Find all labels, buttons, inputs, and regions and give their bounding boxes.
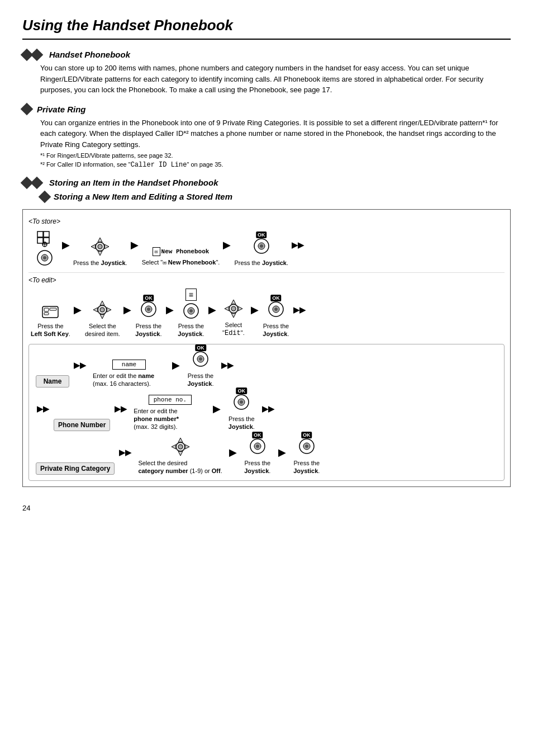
step-label-ok-joystick-private-1: Press theJoystick. — [244, 459, 270, 475]
step-select-phonebook: ✉ New Phonebook Select "✉ New Phonebook"… — [142, 247, 220, 267]
joystick-ok-store — [253, 237, 270, 255]
joystick-ok-private-2 — [298, 437, 316, 455]
section-private-ring: Private Ring You can organize entries in… — [22, 105, 511, 169]
diamond-icon-3 — [21, 103, 34, 116]
name-input-box: name — [112, 360, 146, 370]
step-ok-joystick-private-1: OK Press theJoystick. — [244, 437, 272, 475]
svg-point-9 — [43, 256, 46, 259]
footnote-1: *¹ For Ringer/LED/Vibrate patterns, see … — [40, 152, 511, 159]
svg-rect-0 — [37, 231, 43, 237]
dbl-arrow-name-2: ▶▶ — [221, 361, 234, 376]
step-label-ok-joystick-name: Press theJoystick. — [187, 372, 213, 388]
diagram-box: <To store> ▶ — [22, 209, 511, 487]
step-label-select-edit: Select"Edit". — [222, 321, 245, 338]
arrow-name-1: ▶ — [172, 359, 180, 378]
step-ok-joystick-phone: OK Press theJoystick. — [227, 393, 255, 431]
svg-marker-52 — [172, 445, 176, 449]
joystick-icon-store-1 — [36, 249, 54, 267]
svg-marker-23 — [100, 301, 104, 305]
svg-marker-12 — [91, 244, 96, 249]
phone-input-box: phone no. — [149, 395, 192, 405]
dbl-arrow-private-1: ▶▶ — [119, 448, 131, 464]
svg-rect-1 — [44, 231, 49, 237]
step-label-ok-joystick-phone: Press theJoystick. — [229, 415, 255, 431]
dbl-arrow-phone-1: ▶▶ — [37, 404, 49, 420]
svg-marker-25 — [93, 308, 98, 312]
divider-1 — [28, 272, 505, 273]
dbl-arrow-e1: ▶▶ — [293, 305, 306, 321]
svg-rect-22 — [50, 308, 56, 310]
section-icon-pair — [22, 50, 45, 59]
section-storing: Storing an Item in the Handset Phonebook… — [22, 178, 511, 487]
step-select-item: Select thedesired item. — [85, 300, 120, 338]
svg-point-34 — [189, 309, 193, 313]
svg-marker-11 — [98, 251, 102, 256]
diamond-icon-7 — [39, 190, 51, 203]
ok-badge-private-1: OK — [252, 432, 263, 438]
step-label-ok-joystick-private-2: Press theJoystick. — [293, 459, 320, 475]
private-ring-desc: Select the desiredcategory number (1-9) … — [138, 459, 222, 475]
arrow-private-2: ▶ — [278, 446, 286, 465]
step-ok-joystick-name: OK Press theJoystick. — [187, 350, 215, 388]
arrow-3: ▶ — [223, 239, 231, 258]
ok-badge-private-2: OK — [301, 432, 312, 438]
step-label-ok-joystick-e1: Press theJoystick. — [135, 322, 161, 338]
name-box: Name — [36, 375, 69, 388]
svg-marker-10 — [98, 238, 102, 242]
nav-joystick-icon-3 — [223, 299, 244, 319]
page-title: Using the Handset Phonebook — [22, 17, 511, 40]
ok-badge-e1: OK — [143, 295, 154, 301]
ok-badge-phone: OK — [236, 388, 248, 394]
phone-row: ▶▶ Phone Number ▶▶ phone no. Enter or ed… — [36, 393, 497, 431]
private-ring-row: Private Ring Category ▶▶ Select the desi… — [36, 437, 497, 475]
nav-joystick-private — [170, 437, 191, 457]
arrow-e1: ▶ — [74, 304, 82, 323]
name-row: Name ▶▶ name Enter or edit the name(max.… — [36, 350, 497, 388]
edit-row: Press theLeft Soft Key. ▶ Select thedesi… — [28, 289, 505, 338]
svg-point-46 — [199, 357, 202, 361]
arrow-private-1: ▶ — [229, 446, 237, 465]
private-ring-box: Private Ring Category — [36, 462, 115, 475]
step-softkey: Press theLeft Soft Key. — [31, 304, 70, 338]
svg-point-55 — [178, 445, 183, 449]
joystick-ok-name — [192, 350, 210, 368]
section-title-storing: Storing an Item in the Handset Phonebook — [49, 178, 218, 187]
ok-badge-name: OK — [195, 344, 206, 351]
svg-marker-50 — [178, 438, 183, 442]
svg-point-28 — [100, 308, 104, 312]
svg-rect-21 — [44, 313, 49, 315]
step-label-select-item: Select thedesired item. — [85, 322, 120, 338]
svg-marker-37 — [225, 306, 229, 311]
step-ok-joystick-e2: OK Press theJoystick. — [262, 300, 290, 338]
section-title-handset: Handset Phonebook — [49, 50, 130, 59]
name-desc: Enter or edit the name(max. 16 character… — [93, 372, 165, 388]
step-grid-icon — [31, 230, 59, 267]
pb-icon: ✉ — [153, 247, 160, 256]
section-icon-pair-3 — [22, 178, 45, 187]
svg-marker-36 — [231, 313, 236, 318]
joystick-ok-private-1 — [249, 437, 266, 455]
svg-point-61 — [305, 445, 308, 448]
svg-marker-51 — [178, 451, 183, 456]
store-row: ▶ Press the Joystick. ▶ ✉ New Phone — [28, 230, 505, 267]
arrow-1: ▶ — [62, 239, 70, 258]
joystick-ok-e1 — [140, 300, 158, 318]
to-edit-label: <To edit> — [28, 276, 505, 284]
step-label-softkey: Press theLeft Soft Key. — [31, 322, 70, 338]
diamond-icon-2 — [31, 48, 44, 61]
svg-marker-53 — [185, 445, 189, 449]
new-phonebook-text: New Phonebook — [161, 248, 210, 255]
step-private-ring-nav: Select the desiredcategory number (1-9) … — [138, 437, 222, 475]
step-label-ok-joystick-e2: Press theJoystick. — [263, 322, 289, 338]
dbl-arrow-phone-3: ▶▶ — [262, 404, 274, 420]
svg-marker-13 — [104, 244, 109, 249]
nav-joystick-icon — [90, 237, 110, 257]
step-joystick-store: Press the Joystick. — [73, 237, 127, 267]
svg-rect-2 — [37, 238, 43, 243]
dbl-arrow-1: ▶▶ — [292, 240, 304, 256]
step-ok-joystick-private-2: OK Press theJoystick. — [293, 437, 321, 475]
section-icon-pair-2 — [22, 105, 32, 114]
svg-point-31 — [147, 308, 150, 311]
dbl-arrow-phone-2: ▶▶ — [115, 404, 127, 420]
section-body-private-ring: You can organize entries in the Phoneboo… — [40, 117, 511, 150]
